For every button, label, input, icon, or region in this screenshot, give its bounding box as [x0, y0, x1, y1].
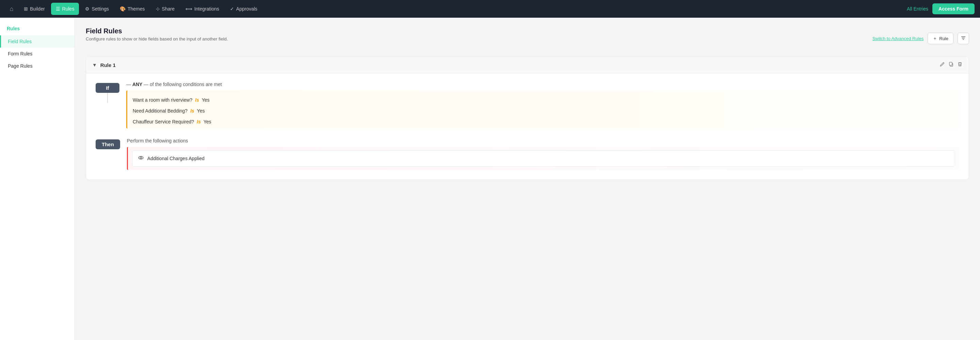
condition-1-value: Yes: [202, 97, 210, 103]
condition-row-1: Want a room with riverview? Is Yes: [127, 95, 959, 105]
rules-icon: ☰: [56, 6, 60, 11]
conditions-box: Want a room with riverview? Is Yes Need …: [126, 91, 959, 129]
rule-title: Rule 1: [100, 62, 936, 68]
home-icon: [10, 5, 14, 13]
main-content: Field Rules Configure rules to show or h…: [75, 17, 980, 340]
page-desc: Configure rules to show or hide fields b…: [86, 37, 228, 41]
condition-2-value: Yes: [197, 108, 205, 114]
filter-button[interactable]: [958, 33, 969, 44]
nav-share[interactable]: ⊹ Share: [151, 3, 179, 15]
sidebar-item-page-rules[interactable]: Page Rules: [0, 60, 75, 72]
nav-integrations[interactable]: ⟺ Integrations: [181, 3, 224, 15]
settings-icon: ⚙: [85, 6, 89, 11]
condition-2-is: Is: [190, 108, 194, 114]
add-rule-button[interactable]: ＋ Rule: [928, 33, 953, 44]
plus-icon: ＋: [933, 35, 937, 41]
rule-card: ▼ Rule 1: [86, 56, 969, 180]
rule-collapse-button[interactable]: ▼: [92, 62, 97, 68]
then-block: Then Perform the following actions Addit…: [95, 138, 959, 170]
nav-settings-label: Settings: [92, 6, 109, 11]
then-label: Then: [95, 140, 120, 149]
condition-3-value: Yes: [204, 119, 211, 124]
page-header: Field Rules Configure rules to show or h…: [86, 27, 228, 41]
if-content: — ANY — of the following conditions are …: [126, 82, 959, 129]
share-icon: ⊹: [156, 6, 160, 11]
rule-copy-button[interactable]: [948, 62, 954, 68]
condition-2-label: Need Additional Bedding?: [133, 108, 188, 114]
action-row-1: Additional Charges Applied: [132, 150, 955, 167]
rule-body: If — ANY — of the following conditions a…: [86, 73, 969, 180]
integrations-icon: ⟺: [185, 6, 192, 11]
nav-share-label: Share: [162, 6, 175, 11]
sidebar-form-rules-label: Form Rules: [8, 51, 32, 56]
condition-1-is: Is: [195, 97, 199, 103]
filter-icon: [961, 35, 966, 42]
home-button[interactable]: [5, 3, 18, 15]
switch-advanced-link[interactable]: Switch to Advanced Rules: [872, 36, 924, 41]
rule-action-buttons: [940, 62, 963, 68]
access-form-button[interactable]: Access Form: [932, 3, 975, 14]
nav-builder-label: Builder: [30, 6, 45, 11]
nav-rules[interactable]: ☰ Rules: [51, 3, 79, 15]
main-layout: Rules Field Rules Form Rules Page Rules …: [0, 17, 980, 340]
nav-themes[interactable]: 🎨 Themes: [115, 3, 150, 15]
builder-icon: ⊞: [24, 6, 28, 11]
nav-themes-label: Themes: [127, 6, 145, 11]
top-navigation: ⊞ Builder ☰ Rules ⚙ Settings 🎨 Themes ⊹ …: [0, 0, 980, 17]
svg-rect-4: [950, 62, 952, 65]
if-block: If — ANY — of the following conditions a…: [95, 82, 959, 129]
nav-integrations-label: Integrations: [194, 6, 219, 11]
action-desc: Perform the following actions: [127, 138, 959, 143]
condition-1-label: Want a room with riverview?: [133, 97, 192, 103]
nav-rules-label: Rules: [62, 6, 75, 11]
if-block-connector: If: [95, 82, 119, 103]
condition-row-2: Need Additional Bedding? Is Yes: [127, 105, 959, 116]
themes-icon: 🎨: [120, 6, 126, 11]
header-actions: Switch to Advanced Rules ＋ Rule: [872, 33, 969, 44]
action-1-label: Additional Charges Applied: [147, 156, 205, 161]
nav-right-section: All Entries Access Form: [907, 3, 975, 14]
rule-edit-button[interactable]: [940, 62, 945, 68]
sidebar-field-rules-label: Field Rules: [8, 39, 32, 44]
nav-approvals-label: Approvals: [236, 6, 257, 11]
sidebar-item-form-rules[interactable]: Form Rules: [0, 48, 75, 60]
then-content: Perform the following actions Additional…: [127, 138, 959, 170]
sidebar-section-label: Rules: [0, 23, 75, 35]
eye-icon: [138, 155, 144, 162]
rule-delete-button[interactable]: [957, 62, 963, 68]
rule-header: ▼ Rule 1: [86, 57, 969, 73]
nav-builder[interactable]: ⊞ Builder: [19, 3, 50, 15]
any-tag: ANY: [132, 82, 143, 87]
actions-box: Additional Charges Applied: [127, 147, 959, 170]
add-rule-label: Rule: [939, 36, 948, 41]
svg-point-6: [140, 157, 142, 159]
all-entries-link[interactable]: All Entries: [907, 6, 928, 11]
sidebar-item-field-rules[interactable]: Field Rules: [0, 35, 75, 48]
sidebar: Rules Field Rules Form Rules Page Rules: [0, 17, 75, 340]
condition-desc: — ANY — of the following conditions are …: [126, 82, 959, 87]
condition-row-3: Chauffeur Service Required? Is Yes: [127, 116, 959, 127]
if-label: If: [95, 83, 119, 93]
nav-approvals[interactable]: ✓ Approvals: [225, 3, 262, 15]
header-row: Field Rules Configure rules to show or h…: [86, 27, 969, 50]
sidebar-page-rules-label: Page Rules: [8, 63, 32, 69]
approvals-icon: ✓: [230, 6, 234, 11]
then-block-connector: Then: [95, 138, 120, 149]
nav-settings[interactable]: ⚙ Settings: [80, 3, 114, 15]
condition-3-is: Is: [197, 119, 201, 124]
condition-3-label: Chauffeur Service Required?: [133, 119, 194, 124]
page-title: Field Rules: [86, 27, 228, 35]
